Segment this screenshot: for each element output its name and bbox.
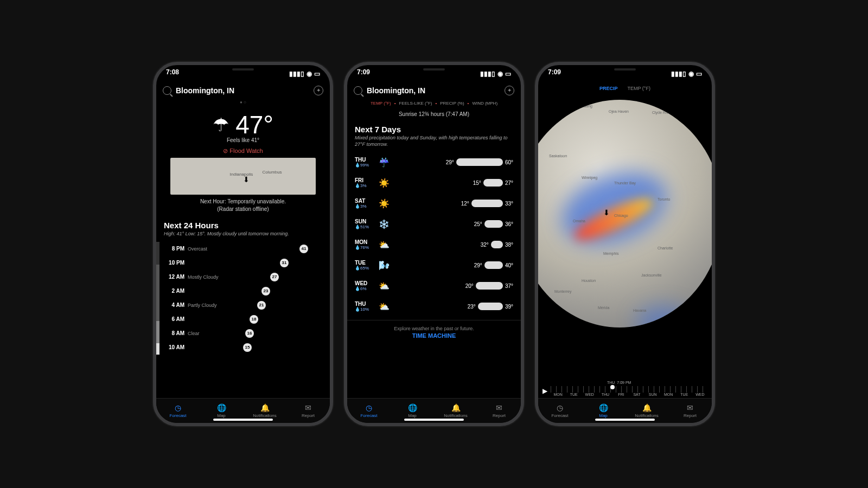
home-indicator[interactable] [595, 419, 655, 421]
map-tab-temp[interactable]: TEMP (°F) [628, 86, 650, 91]
hour-time: 10 AM [164, 344, 188, 350]
day-low: 25° [474, 221, 482, 227]
map-city-label: Clyde River [652, 111, 672, 114]
temp-range-bar [491, 241, 503, 248]
forecast-icon: ◷ [366, 403, 372, 412]
day-row[interactable]: THU💧99%☔29°60° [355, 152, 513, 172]
play-button[interactable]: ▶ [542, 387, 547, 395]
time-machine-link[interactable]: TIME MACHINE [347, 332, 521, 342]
tab-label: Forecast [169, 413, 186, 418]
hour-row[interactable]: 12 AMMostly Cloudy27 [164, 270, 322, 284]
hour-row[interactable]: 10 PM31 [164, 256, 322, 270]
hour-row[interactable]: 6 AM18 [164, 312, 322, 326]
map-thumbnail[interactable]: Indianapolis Columbus ⬇ [170, 158, 316, 195]
hour-temp-bubble: 15 [243, 343, 252, 352]
day-low: 15° [473, 180, 481, 186]
day-row[interactable]: THU💧10%⛅23°39° [355, 296, 513, 317]
page-dots[interactable]: ● ○ [156, 99, 330, 106]
hour-temp-bubble: 27 [270, 273, 279, 281]
current-temp: 47° [235, 110, 273, 139]
location-pin-icon: ⬇ [603, 208, 610, 217]
tab-forecast[interactable]: ◷Forecast [156, 399, 200, 423]
day-row[interactable]: SAT💧3%☀️12°33° [355, 193, 513, 214]
tab-label: Notifications [253, 413, 277, 418]
day-high: 36° [505, 221, 513, 227]
home-indicator[interactable] [213, 419, 273, 421]
scrubber-handle[interactable] [610, 385, 615, 389]
day-low: 20° [465, 283, 474, 289]
temp-range-bar [471, 200, 503, 207]
day-weather-icon: ❄️ [378, 219, 391, 229]
metric-precip[interactable]: PRECIP (%) [440, 101, 464, 106]
temp-range-bar [476, 282, 503, 290]
hour-row[interactable]: 10 AM15 [164, 341, 322, 355]
map-city-label: Monterrey [554, 290, 572, 293]
umbrella-icon: ☂ [213, 114, 229, 136]
day-name: THU [355, 157, 374, 163]
temp-range-bar [484, 261, 503, 269]
tab-label: Report [493, 413, 506, 418]
search-icon[interactable] [163, 86, 171, 95]
hour-row[interactable]: 2 AM23 [164, 284, 322, 298]
hour-row[interactable]: 8 PMOvercast41 [164, 242, 322, 256]
hour-row[interactable]: 8 AMClear16 [164, 326, 322, 341]
metric-wind[interactable]: WIND (MPH) [472, 101, 497, 106]
map-tab-precip[interactable]: PRECIP [599, 86, 618, 91]
hour-temp-bubble: 18 [250, 315, 258, 324]
report-icon: ✉ [687, 403, 693, 412]
forecast-icon: ◷ [557, 403, 563, 412]
hour-row[interactable]: 4 AMPartly Cloudy21 [164, 298, 322, 312]
day-high: 37° [505, 283, 513, 289]
location-title[interactable]: Bloomington, IN [176, 86, 309, 95]
day-row[interactable]: FRI💧3%☀️15°27° [355, 172, 513, 193]
hour-time: 8 AM [164, 330, 188, 336]
hour-condition: Clear [188, 331, 200, 336]
tab-label: Notifications [444, 413, 468, 418]
day-precip: 💧99% [355, 163, 374, 168]
tab-forecast[interactable]: ◷Forecast [538, 399, 582, 423]
map-city-label: Memphis [603, 252, 618, 255]
day-row[interactable]: SUN💧51%❄️25°36° [355, 214, 513, 234]
day-row[interactable]: MON💧76%⛅32°38° [355, 234, 513, 255]
tab-report[interactable]: ✉Report [668, 399, 712, 423]
map-city-label: Jacksonville [641, 273, 662, 277]
metric-tabs[interactable]: TEMP (°F)• FEELS-LIKE (°F)• PRECIP (%)• … [347, 99, 521, 108]
day-name: FRI [355, 177, 374, 183]
settings-icon[interactable] [505, 86, 514, 95]
weather-alert[interactable]: ⊘ Flood Watch [156, 143, 330, 158]
hourly-list[interactable]: 8 PMOvercast4110 PM3112 AMMostly Cloudy2… [156, 242, 330, 355]
notch [393, 65, 475, 79]
notifications-icon: 🔔 [260, 403, 270, 412]
report-icon: ✉ [496, 403, 502, 412]
day-row[interactable]: WED💧6%⛅20°37° [355, 275, 513, 296]
day-low: 12° [461, 201, 469, 207]
day-row[interactable]: TUE💧65%🌬️29°40° [355, 255, 513, 275]
day-high: 39° [505, 304, 513, 310]
day-high: 38° [505, 242, 513, 248]
search-icon[interactable] [354, 86, 362, 95]
day-precip: 💧6% [355, 286, 374, 291]
metric-feels[interactable]: FEELS-LIKE (°F) [399, 101, 432, 106]
hour-condition: Overcast [188, 246, 207, 252]
daily-list[interactable]: THU💧99%☔29°60°FRI💧3%☀️15°27°SAT💧3%☀️12°3… [347, 152, 521, 317]
hour-time: 12 AM [164, 274, 188, 280]
home-indicator[interactable] [404, 419, 464, 421]
day-precip: 💧51% [355, 224, 374, 229]
globe-map[interactable]: ⬇ NamsangOjea HavenClyde RiverSaskatoonW… [538, 94, 712, 384]
map-city-label: Mérida [598, 306, 609, 310]
day-name: SAT [355, 198, 374, 204]
notch [584, 65, 666, 79]
map-city-label: Omaha [573, 219, 585, 223]
tab-report[interactable]: ✉Report [477, 399, 521, 423]
map-city-label: Ojea Haven [609, 110, 629, 113]
time-scrubber[interactable]: ▶ THU 7:09 PM MONTUEWEDTHUFRISATSUNMONTU… [538, 384, 712, 398]
tab-forecast[interactable]: ◷Forecast [347, 399, 391, 423]
day-precip: 💧65% [355, 266, 374, 271]
temp-range-bar [483, 179, 503, 187]
tab-report[interactable]: ✉Report [286, 399, 330, 423]
location-title[interactable]: Bloomington, IN [367, 86, 500, 95]
day-weather-icon: ☀️ [378, 178, 391, 188]
status-time: 7:08 [166, 68, 179, 79]
settings-icon[interactable] [314, 86, 323, 95]
metric-temp[interactable]: TEMP (°F) [371, 101, 391, 106]
